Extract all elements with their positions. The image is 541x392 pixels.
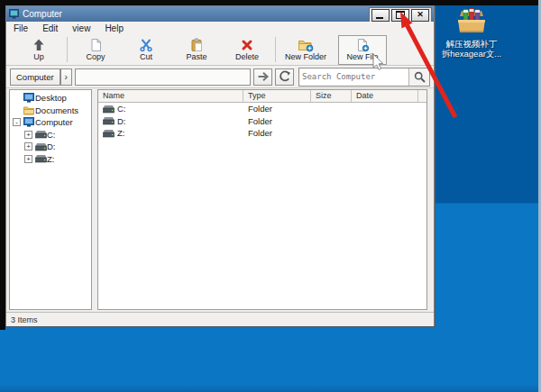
tree-item-drive-d[interactable]: + D: [10, 141, 91, 153]
folder-tree-pane: Desktop Documents - Computer + C: + D: +… [9, 89, 92, 310]
refresh-button[interactable] [275, 68, 294, 86]
paste-clipboard-icon [189, 38, 204, 52]
search-box [298, 68, 430, 87]
window-controls: ✕ [369, 7, 432, 23]
tree-item-computer[interactable]: - Computer [10, 116, 91, 129]
collapse-box[interactable]: - [13, 118, 21, 126]
desktop-shortcut-winrar[interactable]: 解压视频补丁 拆hexagear文... [426, 7, 517, 59]
toolbar: Up Copy Cut Paste [6, 34, 434, 66]
column-header-size[interactable]: Size [311, 90, 352, 102]
column-header-type[interactable]: Type [243, 90, 311, 102]
tree-item-drive-z[interactable]: + Z: [10, 153, 91, 166]
table-row-drive-c[interactable]: C: Folder [98, 103, 426, 115]
menu-edit[interactable]: Edit [35, 23, 65, 33]
paste-button[interactable]: Paste [171, 35, 222, 65]
window-title: Computer [23, 9, 62, 19]
file-manager-window: Computer ✕ File Edit view Help Up Copy [5, 5, 435, 326]
up-button[interactable]: Up [14, 35, 64, 65]
go-button[interactable] [253, 68, 272, 86]
maximize-icon [396, 11, 405, 19]
tree-item-desktop[interactable]: Desktop [10, 92, 91, 105]
item-count: 3 Items [11, 315, 38, 324]
drive-icon [103, 116, 115, 125]
desktop-icon [23, 93, 34, 103]
address-input[interactable] [75, 68, 251, 86]
menu-bar: File Edit view Help [6, 22, 434, 35]
drive-icon [35, 154, 47, 163]
cut-scissors-icon [139, 38, 153, 52]
refresh-icon [279, 70, 291, 83]
winrar-archive-icon [454, 7, 489, 36]
expand-box[interactable]: + [24, 131, 32, 139]
computer-icon [23, 117, 34, 127]
table-row-drive-z[interactable]: Z: Folder [98, 127, 426, 140]
menu-view[interactable]: view [65, 23, 97, 33]
drive-icon [103, 129, 115, 138]
minimize-icon [376, 17, 383, 19]
magnifier-icon [414, 71, 426, 83]
menu-file[interactable]: File [6, 23, 35, 33]
drive-icon [103, 105, 115, 114]
new-file-button[interactable]: New File [338, 35, 387, 65]
status-bar: 3 Items [6, 312, 434, 326]
up-arrow-icon [32, 38, 46, 52]
search-input[interactable] [299, 68, 408, 86]
delete-x-icon [240, 38, 254, 52]
new-file-icon [355, 38, 370, 52]
drive-icon [35, 142, 47, 151]
copy-icon [88, 38, 103, 52]
tree-item-documents[interactable]: Documents [10, 105, 91, 117]
column-header-date[interactable]: Date [352, 90, 418, 102]
menu-help[interactable]: Help [97, 23, 131, 33]
close-button[interactable]: ✕ [411, 9, 429, 22]
delete-button[interactable]: Delete [222, 35, 272, 65]
copy-button[interactable]: Copy [70, 35, 121, 65]
expand-box[interactable]: + [24, 142, 32, 150]
cut-button[interactable]: Cut [121, 35, 171, 65]
computer-window-icon [9, 9, 19, 19]
minimize-button[interactable] [371, 9, 390, 22]
expand-box[interactable]: + [24, 155, 32, 163]
new-folder-button[interactable]: New Folder [279, 35, 333, 65]
column-header-name[interactable]: Name [98, 90, 243, 102]
breadcrumb-computer-button[interactable]: Computer [10, 68, 60, 86]
folder-icon [23, 105, 34, 115]
toolbar-separator [67, 37, 68, 62]
tree-item-drive-c[interactable]: + C: [10, 129, 91, 141]
table-row-drive-d[interactable]: D: Folder [98, 115, 426, 128]
new-folder-icon [298, 38, 314, 52]
drive-icon [35, 130, 47, 139]
maximize-button[interactable] [391, 9, 409, 22]
list-header: Name Type Size Date [98, 90, 426, 103]
search-button[interactable] [408, 68, 429, 86]
shortcut-label-line2: 拆hexagear文... [426, 49, 517, 59]
address-bar: Computer › [6, 66, 434, 88]
toolbar-separator [275, 37, 276, 62]
go-arrow-icon [257, 71, 270, 82]
shortcut-label-line1: 解压视频补丁 [426, 39, 517, 49]
file-list-pane: Name Type Size Date C: Folder D: Folder … [97, 89, 427, 310]
breadcrumb-chevron-button[interactable]: › [60, 68, 72, 86]
